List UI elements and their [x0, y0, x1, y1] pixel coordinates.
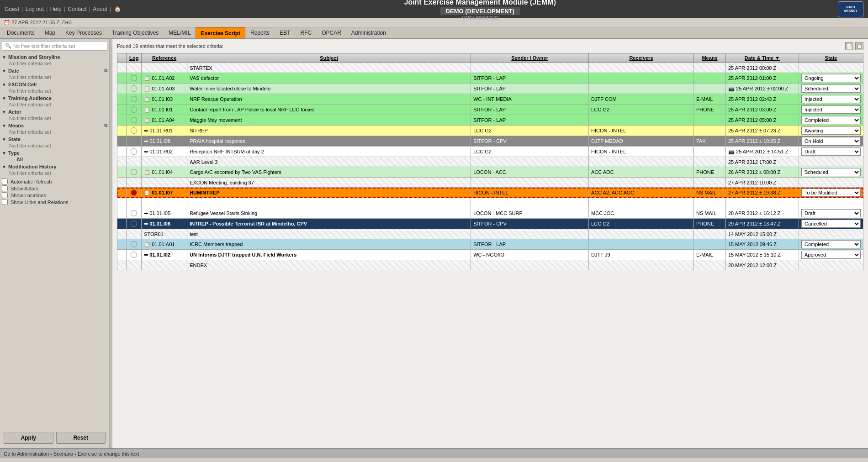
nav-item-documents[interactable]: Documents — [2, 27, 40, 38]
reset-button[interactable]: Reset — [56, 432, 106, 444]
state-select[interactable]: OngoingScheduledInjectedCompletedAwaitin… — [801, 137, 861, 145]
nav-item-map[interactable]: Map — [40, 27, 60, 38]
logout-link[interactable]: Log out — [26, 6, 44, 12]
nav-item-mel/mil[interactable]: MEL/MIL — [164, 27, 196, 38]
col-state[interactable]: OngoingScheduledInjectedCompletedAwaitin… — [799, 136, 863, 147]
state-select[interactable]: OngoingScheduledInjectedCompletedAwaitin… — [801, 105, 861, 114]
col-state[interactable]: OngoingScheduledInjectedCompletedAwaitin… — [799, 73, 863, 84]
table-row[interactable]: ➡ 01.01.I05Refugee Vessel Starts Sinking… — [117, 208, 863, 219]
checkbox-show-locations[interactable]: Show Locations — [2, 192, 107, 198]
table-row[interactable]: STOR01test14 MAY 2012 15:00 Z — [117, 229, 863, 239]
table-row[interactable] — [117, 198, 863, 208]
table-row[interactable]: ➡ 01.01.I06INTREP - Possible Terrorist I… — [117, 219, 863, 229]
search-box[interactable]: 🔍 No free-text filter criteria set — [2, 41, 107, 51]
nav-item-reports[interactable]: Reports — [245, 27, 275, 38]
state-select[interactable]: OngoingScheduledInjectedCompletedAwaitin… — [801, 84, 861, 93]
row-indicator — [117, 73, 127, 84]
col-state[interactable]: OngoingScheduledInjectedCompletedAwaitin… — [799, 84, 863, 94]
state-select[interactable]: OngoingScheduledInjectedCompletedAwaitin… — [801, 251, 861, 259]
sidebar-section-header-6[interactable]: ▼State — [2, 136, 107, 143]
home-icon[interactable]: 🏠 — [114, 6, 121, 12]
col-receivers — [589, 84, 694, 94]
state-select[interactable]: OngoingScheduledInjectedCompletedAwaitin… — [801, 240, 861, 248]
col-state[interactable]: OngoingScheduledInjectedCompletedAwaitin… — [799, 167, 863, 178]
table-row[interactable]: 📋 01.01.I03NRF Rescue OperationWC - INT … — [117, 94, 863, 105]
checkbox-show-links-and-relations[interactable]: Show Links and Relations — [2, 199, 107, 205]
nav-item-rfc[interactable]: RFC — [295, 27, 317, 38]
nav-item-ebt[interactable]: EBT — [275, 27, 295, 38]
col-date---time-▼[interactable]: Date & Time ▼ — [726, 53, 799, 63]
table-row[interactable]: 📋 01.01.A03Water mine located close to M… — [117, 84, 863, 94]
checkbox-automatic-refresh[interactable]: Automatic Refresh — [2, 178, 107, 184]
sidebar-section-header-5[interactable]: ▼Means⧉ — [2, 122, 107, 129]
table-row[interactable]: 📋 01.01.I01Contact report from LAP Polic… — [117, 105, 863, 115]
sidebar-section-header-8[interactable]: ▼Modification History — [2, 163, 107, 170]
nav-item-key-processes[interactable]: Key Processes — [60, 27, 107, 38]
checkbox-show-actors[interactable]: Show Actors — [2, 185, 107, 191]
table-row[interactable]: ➡ 01.01.I08PRAIA hospital responseSITFOR… — [117, 136, 863, 147]
table-row[interactable]: STARTEX25 APR 2012 00:00 Z — [117, 63, 863, 73]
export-icon-1[interactable]: 📄 — [845, 42, 853, 50]
help-link[interactable]: Help — [50, 6, 62, 12]
col-state[interactable]: OngoingScheduledInjectedCompletedAwaitin… — [799, 239, 863, 250]
col-reference[interactable]: Reference — [142, 53, 187, 63]
table-row[interactable]: 📋 01.01.A04Maggie May movementSITFOR - L… — [117, 115, 863, 126]
sidebar-section-header-1[interactable]: ▼Date⧉ — [2, 67, 107, 74]
col-state[interactable]: State — [799, 53, 863, 63]
contact-link[interactable]: Contact — [68, 6, 86, 12]
state-select[interactable]: OngoingScheduledInjectedCompletedAwaitin… — [801, 126, 861, 135]
sidebar-section-header-3[interactable]: ▼Training Audience — [2, 94, 107, 102]
state-select[interactable]: OngoingScheduledInjectedCompletedAwaitin… — [801, 74, 861, 82]
col-state[interactable]: OngoingScheduledInjectedCompletedAwaitin… — [799, 115, 863, 126]
table-row[interactable]: 📋 01.01.I04Cargo A/C escorted by Two VAS… — [117, 167, 863, 178]
col-means[interactable]: Means — [694, 53, 726, 63]
nav-item-opcar[interactable]: OPCAR — [317, 27, 346, 38]
state-select[interactable]: OngoingScheduledInjectedCompletedAwaitin… — [801, 209, 861, 217]
col-state[interactable]: OngoingScheduledInjectedCompletedAwaitin… — [799, 250, 863, 260]
export-icon-2[interactable]: 📋 — [855, 42, 863, 50]
col-state[interactable]: OngoingScheduledInjectedCompletedAwaitin… — [799, 208, 863, 219]
table-row[interactable]: 📋 01.01.A02VAS defectorSITFOR - LAP25 AP… — [117, 73, 863, 84]
log-circle-empty — [131, 127, 137, 134]
copy-icon[interactable]: ⧉ — [104, 68, 107, 74]
col-state[interactable]: OngoingScheduledInjectedCompletedAwaitin… — [799, 94, 863, 105]
col-receivers[interactable]: Receivers — [589, 53, 694, 63]
table-row[interactable]: ➡ 01.01.I02UN Informs DJTF trapped U.N. … — [117, 250, 863, 260]
table-row[interactable]: AAR Level 325 APR 2012 17:00 Z — [117, 157, 863, 167]
state-select[interactable]: OngoingScheduledInjectedCompletedAwaitin… — [801, 168, 861, 176]
table-row[interactable]: ➡ 01.01.R01SITREPLCC G2HICON - INTEL25 A… — [117, 126, 863, 136]
apply-button[interactable]: Apply — [4, 432, 53, 444]
table-row[interactable]: 📋 01.01.I07HUMINTREPHICON - INTELACC A2,… — [117, 188, 863, 198]
table-row[interactable]: EXCON Meeting, building 3727 APR 2012 10… — [117, 178, 863, 188]
col-sender---owner[interactable]: Sender / Owner — [471, 53, 589, 63]
nav-item-exercise-script[interactable]: Exercise Script — [196, 27, 245, 38]
sidebar-section-header-4[interactable]: ▼Actor — [2, 108, 107, 116]
state-select[interactable]: OngoingScheduledInjectedCompletedAwaitin… — [801, 116, 861, 124]
col-state[interactable]: OngoingScheduledInjectedCompletedAwaitin… — [799, 188, 863, 198]
state-select[interactable]: OngoingScheduledInjectedCompletedAwaitin… — [801, 95, 861, 103]
col-state[interactable]: OngoingScheduledInjectedCompletedAwaitin… — [799, 147, 863, 157]
table-row[interactable]: ➡ 01.01.R02Reception NRF INTSUM of day 2… — [117, 147, 863, 157]
nav-item-training-objectives[interactable]: Training Objectives — [107, 27, 164, 38]
col-state[interactable]: OngoingScheduledInjectedCompletedAwaitin… — [799, 219, 863, 229]
sidebar-section-header-2[interactable]: ▼EXCON Cell — [2, 81, 107, 88]
table-row[interactable]: ENDEX20 MAY 2012 12:00 Z — [117, 260, 863, 270]
nav-item-administration[interactable]: Administration — [346, 27, 391, 38]
col-state[interactable]: OngoingScheduledInjectedCompletedAwaitin… — [799, 105, 863, 115]
col-state[interactable]: OngoingScheduledInjectedCompletedAwaitin… — [799, 126, 863, 136]
copy-icon[interactable]: ⧉ — [104, 123, 107, 128]
col-log — [127, 229, 142, 239]
col-means — [694, 63, 726, 73]
sidebar-section-header-7[interactable]: ▼Type — [2, 149, 107, 157]
state-select[interactable]: OngoingScheduledInjectedCompletedAwaitin… — [801, 189, 861, 197]
col-subject[interactable]: Subject — [187, 53, 471, 63]
state-select[interactable]: OngoingScheduledInjectedCompletedAwaitin… — [801, 220, 861, 228]
table-row[interactable]: 📋 01.01.A01ICRC Members trappedSITFOR - … — [117, 239, 863, 250]
about-link[interactable]: About — [93, 6, 107, 12]
col-log[interactable]: Log — [127, 53, 142, 63]
sidebar-section-1: ▼Date⧉No filter criteria set — [2, 67, 107, 80]
state-select[interactable]: OngoingScheduledInjectedCompletedAwaitin… — [801, 147, 861, 156]
top-header: Guest | Log out | Help | Contact | About… — [0, 0, 868, 18]
guest-link[interactable]: Guest — [5, 6, 19, 12]
sidebar-section-header-0[interactable]: ▼Mission and Storyline — [2, 53, 107, 61]
